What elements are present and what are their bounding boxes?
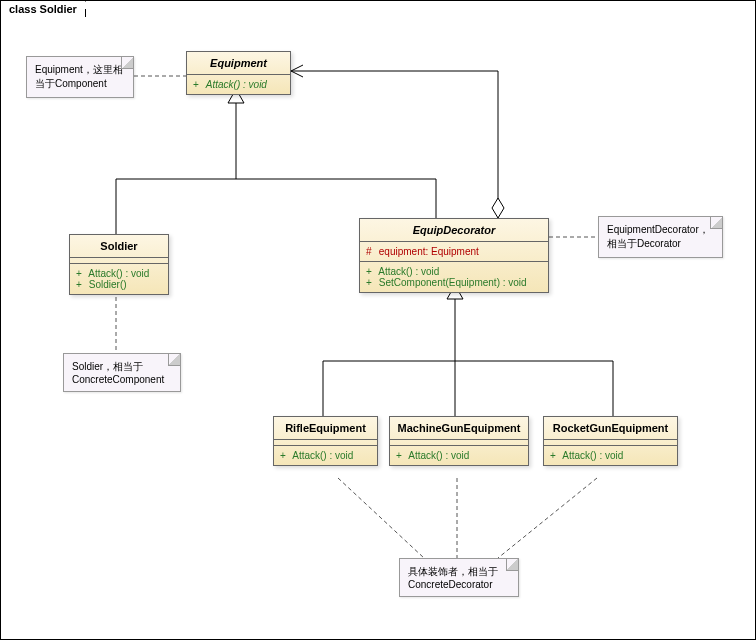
class-machinegunequipment: MachineGunEquipment + Attack() : void (389, 416, 529, 466)
note-equipdecorator: EquipmentDecorator，相当于Decorator (598, 216, 723, 258)
class-rifleequipment: RifleEquipment + Attack() : void (273, 416, 378, 466)
class-soldier: Soldier + Attack() : void + Soldier() (69, 234, 169, 295)
class-ops: + Attack() : void + Soldier() (70, 264, 168, 294)
diagram-title: class Soldier (0, 0, 86, 17)
note-concrete-decorators: 具体装饰者，相当于ConcreteDecorator (399, 558, 519, 597)
class-name: RifleEquipment (274, 417, 377, 440)
note-soldier: Soldier，相当于ConcreteComponent (63, 353, 181, 392)
note-text: Equipment，这里相当于Component (35, 64, 123, 89)
svg-line-8 (498, 478, 597, 558)
class-name: EquipDecorator (360, 219, 548, 242)
class-attrs: # equipment: Equipment (360, 242, 548, 262)
note-equipment: Equipment，这里相当于Component (26, 56, 134, 98)
class-ops: + Attack() : void (187, 75, 290, 94)
class-ops: + Attack() : void (274, 446, 377, 465)
class-ops: + Attack() : void + SetComponent(Equipme… (360, 262, 548, 292)
class-name: Equipment (187, 52, 290, 75)
note-fold-icon (710, 217, 722, 229)
class-ops: + Attack() : void (390, 446, 528, 465)
note-text: Soldier，相当于ConcreteComponent (72, 361, 164, 385)
diagram-canvas: class Soldier Equipment + At (0, 0, 756, 640)
class-ops: + Attack() : void (544, 446, 677, 465)
class-name: RocketGunEquipment (544, 417, 677, 440)
svg-marker-1 (492, 198, 504, 218)
class-equipdecorator: EquipDecorator # equipment: Equipment + … (359, 218, 549, 293)
class-equipment: Equipment + Attack() : void (186, 51, 291, 95)
note-fold-icon (168, 354, 180, 366)
class-name: MachineGunEquipment (390, 417, 528, 440)
class-rocketgunequipment: RocketGunEquipment + Attack() : void (543, 416, 678, 466)
note-text: 具体装饰者，相当于ConcreteDecorator (408, 566, 498, 590)
class-name: Soldier (70, 235, 168, 258)
note-text: EquipmentDecorator，相当于Decorator (607, 224, 709, 249)
note-fold-icon (506, 559, 518, 571)
note-fold-icon (121, 57, 133, 69)
svg-line-6 (338, 478, 424, 558)
